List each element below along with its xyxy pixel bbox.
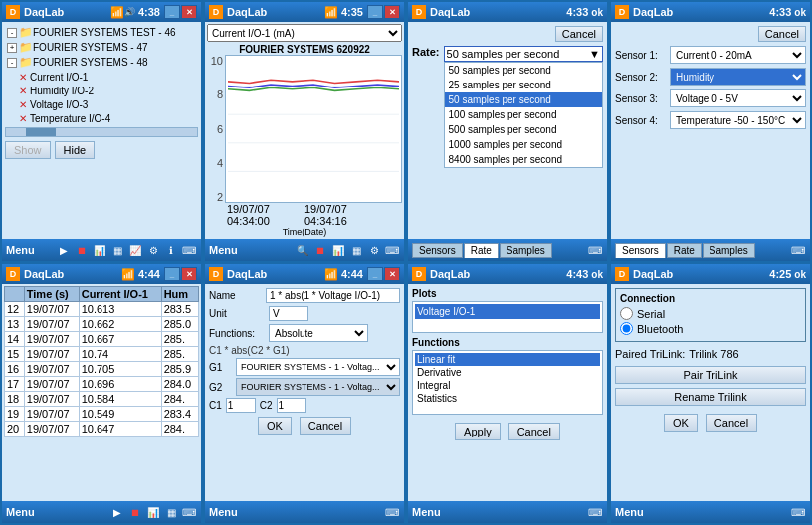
- sensor-select-3[interactable]: Voltage 0 - 5V: [670, 89, 806, 107]
- ok-btn-8[interactable]: OK: [664, 414, 698, 432]
- rate-dropdown-header[interactable]: 50 samples per second ▼: [444, 46, 603, 62]
- kb-icon-4[interactable]: ⌨: [790, 242, 806, 258]
- table-icon-2[interactable]: ▦: [348, 242, 364, 258]
- cancel-btn-8[interactable]: Cancel: [706, 414, 757, 432]
- table-icon-5[interactable]: ▦: [163, 504, 179, 520]
- minimize-btn-2[interactable]: _: [367, 5, 383, 19]
- menu-btn-8[interactable]: Menu: [615, 506, 644, 518]
- sensor-select-4[interactable]: Temperature -50 - 150°C: [670, 111, 806, 129]
- tab-rate-3[interactable]: Rate: [464, 243, 499, 258]
- plots-content: Plots Voltage I/O-1 Functions Linear fit…: [408, 284, 607, 501]
- expand-2[interactable]: -: [7, 58, 17, 68]
- close-btn-2[interactable]: ✕: [384, 5, 400, 19]
- stop-icon-5[interactable]: ⏹: [127, 504, 143, 520]
- unit-input[interactable]: [269, 306, 308, 321]
- rate-option-2[interactable]: 50 samples per second: [445, 92, 602, 107]
- stop-icon-1[interactable]: ⏹: [74, 242, 90, 258]
- functions-select[interactable]: Absolute: [269, 324, 368, 342]
- graph-icon-1[interactable]: 📈: [127, 242, 143, 258]
- stop-icon-2[interactable]: ⏹: [312, 242, 328, 258]
- cancel-btn-4[interactable]: Cancel: [758, 26, 806, 42]
- bluetooth-radio[interactable]: [620, 322, 633, 335]
- tree-item-4[interactable]: ✕ Humidity I/O-2: [17, 84, 198, 97]
- serial-radio[interactable]: [620, 307, 633, 320]
- c1-input[interactable]: [226, 398, 256, 413]
- tree-item-5[interactable]: ✕ Voltage I/O-3: [17, 97, 198, 111]
- rename-trilink-btn[interactable]: Rename Trilink: [615, 388, 806, 406]
- cancel-btn-6[interactable]: Cancel: [300, 417, 351, 435]
- close-btn-5[interactable]: ✕: [181, 267, 197, 281]
- scrollbar-h-1[interactable]: [5, 127, 198, 137]
- ok-indicator-7: ok: [591, 269, 603, 280]
- kb-icon-7[interactable]: ⌨: [587, 504, 603, 520]
- menu-btn-1[interactable]: Menu: [6, 244, 35, 256]
- g1-select[interactable]: FOURIER SYSTEMS - 1 - Voltag...: [236, 358, 400, 376]
- plots-item-0[interactable]: Voltage I/O-1: [415, 304, 600, 319]
- menu-btn-2[interactable]: Menu: [209, 244, 238, 256]
- rate-option-4[interactable]: 500 samples per second: [445, 122, 602, 137]
- tree-item-6[interactable]: ✕ Temperature I/O-4: [17, 111, 198, 125]
- gear-icon-1[interactable]: ⚙: [145, 242, 161, 258]
- minimize-btn-6[interactable]: _: [367, 267, 383, 281]
- info-icon-1[interactable]: ℹ: [163, 242, 179, 258]
- cell-n: 16: [5, 362, 25, 377]
- play-icon-5[interactable]: ▶: [109, 504, 125, 520]
- tree-item-2[interactable]: - 📁 FOURIER SYSTEMS - 48: [5, 55, 198, 70]
- close-btn-1[interactable]: ✕: [181, 5, 197, 19]
- close-btn-6[interactable]: ✕: [384, 267, 400, 281]
- ok-btn-6[interactable]: OK: [258, 417, 292, 435]
- chart-icon-5[interactable]: 📊: [145, 504, 161, 520]
- kb-icon-6[interactable]: ⌨: [384, 504, 400, 520]
- menu-btn-6[interactable]: Menu: [209, 506, 238, 518]
- func-item-2[interactable]: Integral: [415, 379, 600, 392]
- name-input[interactable]: [266, 288, 400, 303]
- rate-option-5[interactable]: 1000 samples per second: [445, 137, 602, 152]
- tab-sensors-4[interactable]: Sensors: [615, 243, 666, 258]
- tab-samples-4[interactable]: Samples: [703, 243, 755, 258]
- hide-button[interactable]: Hide: [55, 141, 96, 159]
- table-icon-1[interactable]: ▦: [109, 242, 125, 258]
- tree-item-1[interactable]: + 📁 FOURIER SYSTEMS - 47: [5, 40, 198, 55]
- c2-input[interactable]: [277, 398, 306, 413]
- trilink-btns: Pair TriLink Rename Trilink: [615, 366, 806, 406]
- tree-item-3[interactable]: ✕ Current I/O-1: [17, 70, 198, 84]
- chart-icon-2[interactable]: 📊: [330, 242, 346, 258]
- tab-sensors-3[interactable]: Sensors: [412, 243, 463, 258]
- pair-trilink-btn[interactable]: Pair TriLink: [615, 366, 806, 384]
- show-button[interactable]: Show: [5, 141, 51, 159]
- minimize-btn-1[interactable]: _: [164, 5, 180, 19]
- func-item-3[interactable]: Statistics: [415, 392, 600, 405]
- sensor-select-1[interactable]: Current 0 - 20mA: [670, 46, 806, 64]
- rate-option-1[interactable]: 25 samples per second: [445, 78, 602, 92]
- zoom-icon-2[interactable]: 🔍: [295, 242, 310, 258]
- channel-dropdown[interactable]: Current I/O-1 (mA): [207, 24, 402, 42]
- tab-rate-4[interactable]: Rate: [667, 243, 702, 258]
- rate-option-6[interactable]: 8400 samples per second: [445, 152, 602, 167]
- chart-icon-1[interactable]: 📊: [92, 242, 107, 258]
- menu-btn-7[interactable]: Menu: [412, 506, 441, 518]
- kb-icon-3[interactable]: ⌨: [587, 242, 603, 258]
- tree-item-0[interactable]: - 📁 FOURIER SYSTEMS TEST - 46: [5, 25, 198, 40]
- rate-option-3[interactable]: 100 samples per second: [445, 107, 602, 122]
- expand-1[interactable]: +: [7, 43, 17, 53]
- c-row: C1 C2: [209, 398, 400, 413]
- kb-icon-8[interactable]: ⌨: [790, 504, 806, 520]
- kb-icon-2[interactable]: ⌨: [384, 242, 400, 258]
- rate-option-0[interactable]: 50 samples per second: [445, 63, 602, 78]
- apply-btn-7[interactable]: Apply: [455, 423, 501, 440]
- kb-icon-5[interactable]: ⌨: [181, 504, 197, 520]
- cancel-btn-7[interactable]: Cancel: [508, 423, 560, 440]
- func-item-1[interactable]: Derivative: [415, 366, 600, 379]
- minimize-btn-5[interactable]: _: [164, 267, 180, 281]
- tab-samples-3[interactable]: Samples: [500, 243, 552, 258]
- gear-icon-2[interactable]: ⚙: [366, 242, 382, 258]
- menu-btn-5[interactable]: Menu: [6, 506, 35, 518]
- g2-select[interactable]: FOURIER SYSTEMS - 1 - Voltag...: [236, 378, 400, 396]
- play-icon-1[interactable]: ▶: [56, 242, 72, 258]
- title-3: DaqLab: [430, 6, 470, 18]
- func-item-0[interactable]: Linear fit: [415, 353, 600, 366]
- expand-0[interactable]: -: [7, 28, 17, 38]
- kb-icon-1[interactable]: ⌨: [181, 242, 197, 258]
- sensor-select-2[interactable]: Humidity: [670, 68, 806, 86]
- cancel-btn-3[interactable]: Cancel: [555, 26, 603, 42]
